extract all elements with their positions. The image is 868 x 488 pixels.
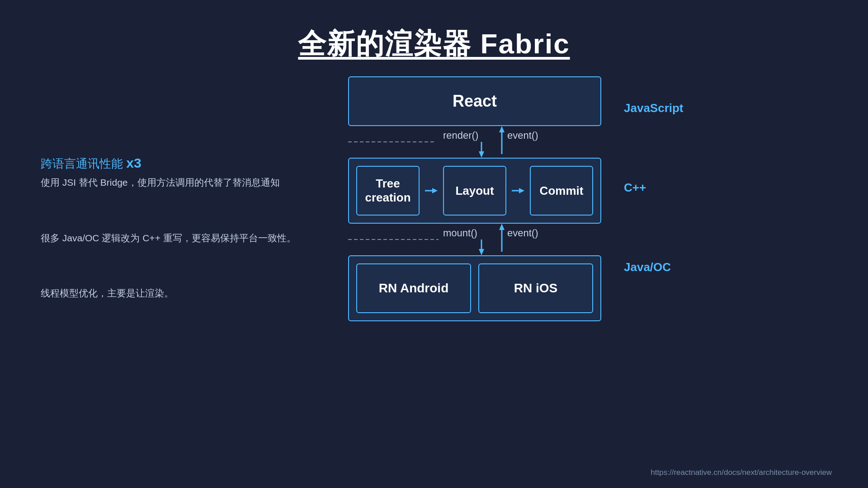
svg-text:event(): event() [507, 130, 538, 141]
annotation-1-text: 使用 JSI 替代 Bridge，使用方法调用的代替了替消息通知 [41, 175, 339, 190]
render-event-svg: render() event() [348, 126, 601, 158]
page-title: 全新的渲染器 Fabric [298, 25, 570, 63]
layout-box: Layout [443, 166, 506, 216]
svg-text:event(): event() [507, 227, 538, 239]
react-box: React [348, 76, 601, 126]
native-inner: RN Android RN iOS [356, 263, 593, 313]
svg-marker-3 [479, 151, 484, 158]
annotation-3-text: 线程模型优化，主要是让渲染。 [41, 286, 339, 301]
x3-badge: x3 [126, 155, 141, 170]
svg-text:mount(): mount() [443, 227, 477, 239]
commit-box: Commit [530, 166, 593, 216]
slide: 全新的渲染器 Fabric 跨语言通讯性能 x3 使用 JSI 替代 Bridg… [0, 0, 868, 488]
cpp-layer-box: Treecreation Layout Commit [348, 158, 601, 224]
render-event-row: render() event() [348, 126, 601, 158]
annotation-1-highlight: 跨语言通讯性能 x3 [41, 155, 339, 172]
right-panel: React render() [348, 76, 827, 321]
diagram-column: React render() [348, 76, 615, 321]
react-label: React [453, 92, 497, 111]
rn-ios-box: RN iOS [478, 263, 593, 313]
native-layer-box: RN Android RN iOS [348, 255, 601, 321]
svg-text:render(): render() [443, 130, 478, 141]
layer-labels: JavaScript C++ Java/OC [615, 76, 696, 274]
svg-marker-5 [499, 126, 505, 132]
main-layout: 跨语言通讯性能 x3 使用 JSI 替代 Bridge，使用方法调用的代替了替消… [0, 76, 868, 321]
annotation-2-text: 很多 Java/OC 逻辑改为 C++ 重写，更容易保持平台一致性。 [41, 231, 339, 246]
rn-android-box: RN Android [356, 263, 471, 313]
annotation-2: 很多 Java/OC 逻辑改为 C++ 重写，更容易保持平台一致性。 [41, 231, 339, 246]
mount-event-row: mount() event() [348, 224, 601, 255]
footer-url: https://reactnative.cn/docs/next/archite… [651, 468, 832, 477]
mount-event-svg: mount() event() [348, 224, 601, 255]
svg-marker-10 [519, 188, 524, 193]
svg-marker-14 [479, 249, 484, 255]
svg-marker-16 [499, 224, 505, 230]
left-annotations: 跨语言通讯性能 x3 使用 JSI 替代 Bridge，使用方法调用的代替了替消… [41, 97, 339, 301]
svg-marker-8 [432, 188, 438, 193]
annotation-1: 跨语言通讯性能 x3 使用 JSI 替代 Bridge，使用方法调用的代替了替消… [41, 155, 339, 190]
java-oc-label: Java/OC [624, 260, 696, 274]
tree-creation-box: Treecreation [356, 166, 420, 216]
javascript-label: JavaScript [624, 101, 696, 115]
cpp-label: C++ [624, 181, 696, 195]
cpp-inner: Treecreation Layout Commit [356, 166, 593, 216]
arrow-tree-layout [425, 184, 438, 197]
arrow-layout-commit [512, 184, 524, 197]
annotation-3: 线程模型优化，主要是让渲染。 [41, 286, 339, 301]
